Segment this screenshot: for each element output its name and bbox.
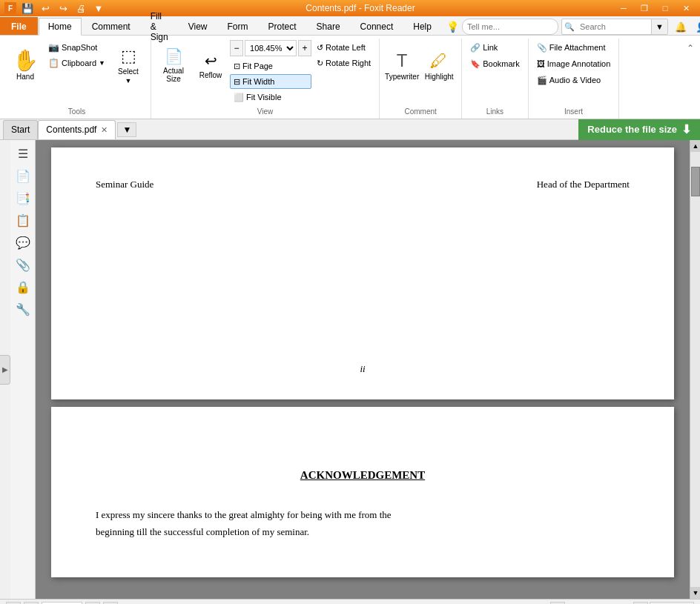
- actual-size-button[interactable]: 📄 Actual Size: [156, 40, 191, 90]
- reflow-button[interactable]: ↩ Reflow: [193, 40, 228, 90]
- page-header-row: Seminar Guide Head of the Department: [96, 177, 630, 193]
- scroll-down-button[interactable]: ▼: [690, 587, 700, 599]
- tab-home[interactable]: Home: [39, 18, 82, 36]
- ribbon-group-insert: 📎 File Attachment 🖼 Image Annotation 🎬 A…: [529, 39, 620, 119]
- audio-video-button[interactable]: 🎬 Audio & Video: [533, 73, 615, 87]
- audio-video-icon: 🎬: [537, 76, 547, 85]
- typewriter-icon: T: [397, 50, 408, 71]
- view-split-button[interactable]: ☷: [192, 602, 207, 605]
- ribbon-tab-bar: File Home Comment Fill & Sign View Form …: [0, 16, 700, 36]
- nav-next-button[interactable]: ▶: [85, 602, 100, 605]
- ribbon-group-links: 🔗 Link 🔖 Bookmark Links: [462, 39, 529, 119]
- comment-group-label: Comment: [384, 106, 457, 119]
- minimize-button[interactable]: ─: [614, 2, 633, 14]
- zoom-out-status-button[interactable]: −: [550, 602, 565, 605]
- zoom-value-select[interactable]: 108.45%: [650, 602, 694, 605]
- zoom-in-button[interactable]: +: [298, 40, 311, 56]
- zoom-in-status-button[interactable]: +: [633, 602, 648, 605]
- search-submit-button[interactable]: ▼: [651, 19, 667, 34]
- zoom-out-button[interactable]: −: [230, 40, 243, 56]
- sidebar-button-bookmarks[interactable]: 📑: [13, 187, 33, 208]
- sidebar-button-menu[interactable]: ☰: [13, 143, 33, 164]
- page-select[interactable]: 2 / 7: [42, 602, 82, 605]
- user-account-button[interactable]: 👤: [692, 19, 700, 35]
- nav-first-button[interactable]: ⏮: [6, 602, 21, 605]
- tell-me-input[interactable]: [462, 19, 558, 35]
- snapshot-button[interactable]: 📷 SnapShot: [44, 40, 109, 55]
- view-continuous-button[interactable]: ▤: [156, 602, 171, 605]
- notification-button[interactable]: 🔔: [671, 19, 690, 35]
- tab-protect[interactable]: Protect: [259, 17, 306, 35]
- fit-visible-icon: ⬜: [234, 93, 244, 102]
- search-input[interactable]: [577, 19, 651, 34]
- reduce-file-size-button[interactable]: Reduce the file size ⬇: [578, 119, 700, 140]
- close-tab-icon[interactable]: ✕: [101, 125, 108, 135]
- typewriter-button[interactable]: T Typewriter: [384, 40, 420, 90]
- sidebar-button-comments[interactable]: 💬: [13, 232, 33, 253]
- customize-icon[interactable]: ▼: [90, 1, 107, 15]
- view-facing-button[interactable]: ⬛: [174, 602, 189, 605]
- fit-visible-button[interactable]: ⬜ Fit Visible: [230, 90, 311, 104]
- scroll-up-button[interactable]: ▲: [690, 140, 700, 152]
- file-attachment-button[interactable]: 📎 File Attachment: [533, 40, 615, 55]
- restore-button[interactable]: ❐: [635, 2, 654, 14]
- rotate-left-button[interactable]: ↺ Rotate Left: [313, 40, 374, 55]
- bookmark-button[interactable]: 🔖 Bookmark: [466, 56, 524, 71]
- sidebar-expand-button[interactable]: ▶: [0, 355, 10, 385]
- tab-connect[interactable]: Connect: [351, 17, 403, 35]
- comment-group-content: T Typewriter 🖊 Highlight: [384, 39, 457, 106]
- pdf-viewer-area[interactable]: Seminar Guide Head of the Department ii …: [36, 140, 690, 599]
- link-button[interactable]: 🔗 Link: [466, 40, 524, 55]
- highlight-button[interactable]: 🖊 Highlight: [421, 40, 457, 90]
- tab-comment[interactable]: Comment: [82, 17, 140, 35]
- pdf-page-2: ACKNOWLEDGEMENT I express my sincere tha…: [51, 407, 674, 577]
- tab-fill-sign[interactable]: Fill & Sign: [141, 17, 178, 35]
- zoom-select[interactable]: 108.45% 100% 75% 150%: [245, 40, 297, 56]
- app-icon: F: [4, 2, 16, 14]
- clipboard-button[interactable]: 📋 Clipboard ▼: [44, 56, 109, 70]
- user-area: 🔔 👤 ⌃: [671, 19, 700, 35]
- maximize-button[interactable]: □: [656, 2, 675, 14]
- view-single-button[interactable]: ▭: [139, 602, 153, 605]
- quick-access-toolbar: 💾 ↩ ↪ 🖨 ▼: [19, 1, 107, 15]
- tab-help[interactable]: Help: [403, 17, 441, 35]
- close-button[interactable]: ✕: [676, 2, 696, 14]
- print-icon[interactable]: 🖨: [73, 1, 89, 15]
- nav-last-button[interactable]: ⏭: [103, 602, 118, 605]
- nav-prev-button[interactable]: ◀: [24, 602, 39, 605]
- fit-page-button[interactable]: ⊡ Fit Page: [230, 59, 311, 73]
- sidebar-button-pages[interactable]: 📄: [13, 165, 33, 186]
- sidebar-button-layers[interactable]: 📋: [13, 210, 33, 230]
- page-number-ii: ii: [360, 362, 365, 377]
- tab-file[interactable]: File: [0, 17, 38, 35]
- hand-tool-button[interactable]: ✋ Hand: [7, 40, 43, 90]
- tab-form[interactable]: Form: [218, 17, 258, 35]
- scroll-thumb[interactable]: [691, 167, 700, 196]
- tabs-dropdown-button[interactable]: ▼: [117, 122, 136, 137]
- undo-icon[interactable]: ↩: [37, 1, 53, 15]
- start-tab[interactable]: Start: [3, 120, 38, 139]
- document-tabs-bar: Start Contents.pdf ✕ ▼ Reduce the file s…: [0, 119, 700, 140]
- window-controls: ─ ❐ □ ✕: [614, 2, 696, 14]
- image-annotation-button[interactable]: 🖼 Image Annotation: [533, 56, 615, 71]
- sidebar-button-attachments[interactable]: 📎: [13, 254, 33, 275]
- search-box: 🔍 ▼: [561, 19, 668, 35]
- pdf-scrollbar: ▲ ▼: [690, 140, 700, 599]
- select-tool-button[interactable]: ⬚ Select ▼: [110, 40, 146, 90]
- acknowledgement-body-line2: beginning till the successful completion…: [96, 523, 630, 540]
- fullscreen-button[interactable]: ⛶: [121, 602, 136, 605]
- sidebar-button-tools[interactable]: 🔧: [13, 299, 33, 319]
- fit-width-button[interactable]: ⊟ Fit Width: [230, 74, 311, 89]
- rotate-right-button[interactable]: ↻ Rotate Right: [313, 56, 374, 70]
- contents-tab[interactable]: Contents.pdf ✕: [38, 120, 116, 139]
- clipboard-dropdown-icon: ▼: [99, 59, 105, 67]
- tab-view[interactable]: View: [179, 17, 217, 35]
- scroll-track[interactable]: [690, 152, 700, 587]
- redo-icon[interactable]: ↪: [55, 1, 71, 15]
- head-of-dept-text: Head of the Department: [537, 177, 630, 193]
- save-icon[interactable]: 💾: [19, 1, 36, 15]
- tell-me-area: [462, 19, 558, 35]
- sidebar-button-security[interactable]: 🔒: [13, 276, 33, 297]
- tab-share[interactable]: Share: [307, 17, 350, 35]
- ribbon-collapse-button[interactable]: ⌃: [684, 42, 697, 55]
